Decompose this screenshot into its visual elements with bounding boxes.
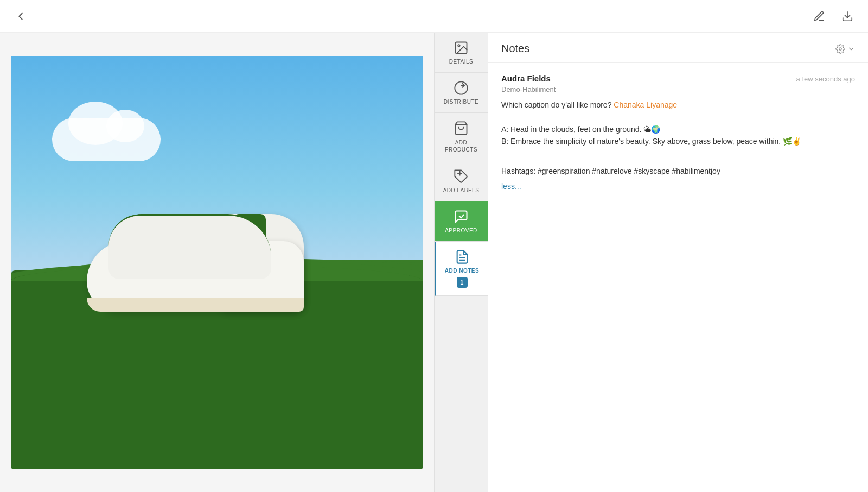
sidebar-label-distribute: DISTRIBUTE [444, 99, 478, 105]
chevron-down-icon [847, 45, 855, 53]
notes-body: Audra Fields a few seconds ago Demo-Habi… [488, 63, 868, 492]
svg-point-2 [458, 45, 460, 47]
sidebar-label-details: DETAILS [449, 59, 473, 65]
notes-header: Notes [488, 33, 868, 63]
shoe-upper [108, 214, 271, 279]
note-author: Audra Fields [501, 74, 551, 83]
note-author-row: Audra Fields a few seconds ago [501, 74, 855, 83]
notes-title: Notes [501, 42, 529, 55]
edit-button[interactable] [809, 7, 829, 26]
notes-panel: Notes Audra Fields a few seconds ago Dem… [488, 33, 868, 492]
sidebar-item-add-notes[interactable]: ADD NOTES 1 [435, 242, 488, 296]
distribute-icon [454, 80, 469, 96]
main-content: DETAILS DISTRIBUTE ADDPRODUCTS [0, 33, 868, 492]
top-bar-right [809, 7, 857, 26]
shoe-container [87, 192, 347, 312]
image-icon [454, 40, 469, 55]
check-circle-icon [454, 209, 469, 224]
download-button[interactable] [838, 7, 857, 26]
note-source: Demo-Habiliment [501, 85, 855, 93]
note-less-link[interactable]: less... [501, 180, 855, 192]
note-time: a few seconds ago [796, 75, 855, 83]
top-bar-left [11, 7, 30, 26]
sidebar-item-distribute[interactable]: DISTRIBUTE [435, 73, 488, 113]
note-option-a: A: Head in the clouds, feet on the groun… [501, 125, 660, 134]
note-mention[interactable]: Chanaka Liyanage [614, 100, 677, 109]
notes-badge: 1 [457, 277, 468, 288]
back-button[interactable] [11, 7, 30, 26]
notes-settings-button[interactable] [835, 44, 855, 54]
note-content: Which caption do y'all like more? Chanak… [501, 99, 855, 193]
svg-point-11 [839, 47, 842, 50]
icon-sidebar: DETAILS DISTRIBUTE ADDPRODUCTS [434, 33, 488, 492]
note-hashtags: Hashtags: #greenspiration #naturelove #s… [501, 153, 855, 178]
shoe-main [87, 241, 304, 312]
tag-icon [454, 169, 469, 184]
shoe-sole [87, 298, 304, 312]
sidebar-item-details[interactable]: DETAILS [435, 33, 488, 73]
note-icon [455, 249, 470, 264]
gear-icon [835, 44, 845, 54]
sidebar-label-add-products: ADDPRODUCTS [445, 139, 477, 153]
note-option-b: B: Embrace the simplicity of nature's be… [501, 137, 801, 146]
sidebar-item-add-labels[interactable]: ADD LABELS [435, 161, 488, 201]
product-image [11, 56, 423, 469]
shopping-bag-icon [454, 121, 469, 136]
sidebar-item-add-products[interactable]: ADDPRODUCTS [435, 113, 488, 161]
sidebar-label-add-notes: ADD NOTES [445, 268, 479, 274]
sidebar-label-approved: APPROVED [445, 228, 477, 234]
cloud-1 [52, 118, 161, 161]
note-intro: Which caption do y'all like more? [501, 100, 611, 109]
svg-point-3 [455, 81, 467, 94]
sidebar-label-add-labels: ADD LABELS [443, 187, 480, 193]
sidebar-item-approved[interactable]: APPROVED [435, 201, 488, 242]
top-bar [0, 0, 868, 33]
image-panel [0, 33, 434, 492]
